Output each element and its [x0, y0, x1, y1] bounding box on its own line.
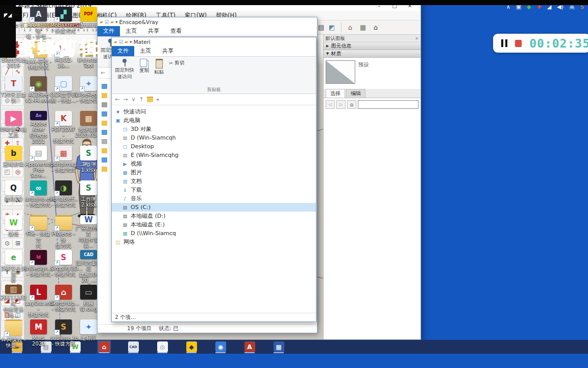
desktop-icon[interactable]: ∞ arduino.exe- 快捷方式: [26, 179, 51, 214]
tree-item-icon[interactable]: [102, 130, 107, 135]
desktop-icon[interactable]: ▥ 20211103红色教育基地...: [1, 283, 26, 318]
forward-sample-button[interactable]: ▷: [336, 100, 346, 109]
quick-access-toolbar[interactable]: ▰ ☑ ▰ ▾: [100, 19, 117, 25]
tree-item-icon[interactable]: [102, 139, 107, 144]
desktop-icon[interactable]: Q 腾讯QQ: [1, 179, 26, 214]
tree-item[interactable]: ◳ 3D 对象: [112, 125, 316, 133]
desktop-icon[interactable]: ◑ PortableF...- 快捷方式: [51, 179, 76, 214]
paste-button[interactable]: 粘贴: [154, 59, 164, 75]
desktop-icon[interactable]: T T20天正建筑: [1, 75, 26, 109]
tree-item[interactable]: ▥ 文档: [112, 177, 316, 186]
materials-tab[interactable]: 编辑: [346, 89, 365, 98]
taskbar-app-button[interactable]: A: [243, 340, 256, 353]
back-sample-button[interactable]: ◁: [326, 100, 335, 109]
tree-item[interactable]: ▶ 视频: [112, 159, 316, 168]
view-button[interactable]: ▦: [358, 23, 368, 32]
desktop-icon[interactable]: M Mars 2020: [26, 318, 51, 353]
materials-tab[interactable]: 选择: [326, 89, 345, 98]
view-button[interactable]: ⌂: [371, 23, 381, 32]
tree-item[interactable]: ▤ 本地磁盘 (E:): [112, 220, 316, 229]
desktop-icon[interactable]: ◉ ACDSeev2.44.exe...: [26, 75, 51, 109]
desktop-icon[interactable]: K PDF2DXF -快捷方式: [51, 109, 76, 144]
tree-item-icon[interactable]: [102, 111, 107, 117]
desktop-icon[interactable]: L LayOut.exe -快捷方式: [26, 283, 51, 318]
style-button[interactable]: ▤: [316, 23, 326, 32]
tree-item-icon[interactable]: [102, 157, 107, 163]
taskbar-app-button[interactable]: ◆: [185, 340, 198, 353]
desktop-icon-label: A-网课教 -快捷...: [1, 337, 27, 348]
nav-icon[interactable]: →: [123, 96, 128, 103]
desktop-icon[interactable]: ▞ MobaXter...- 快捷方式: [51, 5, 76, 40]
tree-item-icon[interactable]: [102, 84, 107, 89]
ribbon-tab[interactable]: 文件: [97, 26, 120, 36]
pin-to-quick-access-button[interactable]: 固定到快速访问: [115, 59, 134, 80]
desktop-icon[interactable]: ⌂ SketchUp...- 快捷方式: [51, 283, 76, 318]
tree-item[interactable]: ▣ 此电脑: [112, 116, 316, 125]
shortcut-arrow-icon: [29, 225, 35, 231]
tree-item[interactable]: ★ 快速访问: [112, 107, 316, 116]
tree-item[interactable]: ▤ E (Win-Siamcqhg: [112, 151, 316, 159]
tree-item[interactable]: ▢ Desktop: [112, 142, 316, 151]
desktop-icon[interactable]: W 微信: [1, 214, 26, 248]
quick-access-toolbar[interactable]: ▰ ☑ ▰ ▾: [114, 39, 132, 44]
tree-item-icon[interactable]: [102, 102, 107, 107]
ribbon-tab[interactable]: 主页: [120, 26, 142, 36]
nav-icon[interactable]: ∨: [131, 96, 135, 103]
desktop-icon[interactable]: Projects - 快捷方式: [51, 214, 76, 248]
desktop-icon[interactable]: A-网课教 -快捷...: [1, 318, 26, 353]
tree-item[interactable]: ▤ D (\\Win-Siamcq: [112, 229, 316, 238]
tree-item[interactable]: ◫ 网络: [112, 238, 316, 246]
tree-item[interactable]: ↓ 下载: [112, 186, 316, 194]
desktop-icon[interactable]: ▦ pdftoimag...- 快捷方式: [51, 144, 76, 179]
tree-item-icon[interactable]: [102, 167, 107, 172]
desktop-icon[interactable]: e 360安全浏览器: [1, 248, 26, 283]
view-button[interactable]: ⌂: [346, 23, 355, 32]
ribbon-tab[interactable]: 共享: [157, 46, 179, 56]
desktop-icon[interactable]: ▶ 哔咔唯投稿工具: [1, 109, 26, 144]
taskbar-app-button[interactable]: ◎: [156, 340, 169, 353]
ribbon-tab[interactable]: 主页: [134, 46, 157, 56]
ribbon-tab[interactable]: 文件: [112, 46, 134, 56]
material-preview-thumbnail[interactable]: [326, 60, 355, 84]
cut-button[interactable]: ✂ 剪切: [169, 60, 184, 66]
tree-item[interactable]: ▤ D (Win-Siamcqh: [112, 133, 316, 142]
tree-item-icon[interactable]: [102, 148, 107, 153]
desktop-icon[interactable]: S sublime_te...- 快捷方式: [51, 318, 76, 353]
tree-item[interactable]: ▦ 图片: [112, 168, 316, 177]
taskbar-app-button[interactable]: ◉: [214, 340, 227, 353]
desktop-icon[interactable]: ▢ OCR文字识别 - 快捷...: [51, 75, 76, 109]
desktop-icon[interactable]: Id InDesign...- 快捷方式: [26, 248, 51, 283]
ribbon-tab[interactable]: 查看: [165, 26, 187, 36]
address-nav-icons[interactable]: ←→∨↑: [115, 96, 144, 103]
back-arrow-icon[interactable]: ←: [101, 70, 105, 76]
materials-section[interactable]: ▼ 材质: [324, 50, 421, 58]
ribbon-tab[interactable]: 共享: [142, 26, 165, 36]
desktop-icon[interactable]: Ae Adobe AfterEffects 2021: [26, 109, 51, 144]
desktop-icon[interactable]: File - 快捷方式: [26, 214, 51, 248]
stop-button[interactable]: [515, 40, 522, 47]
pause-button[interactable]: [501, 39, 507, 47]
tray-close-icon[interactable]: ✕: [415, 36, 419, 41]
explorer-back-titlebar[interactable]: ▰ ☑ ▰ ▾ Enscape&Vray: [97, 17, 317, 27]
entity-info-section[interactable]: ▶ 图元信息: [324, 42, 421, 50]
desktop-icon[interactable]: ▤ ApowersoftFree Scre...: [26, 144, 51, 179]
desktop-icon[interactable]: A AAA-置传使频 - 快捷...: [26, 5, 51, 40]
tree-item-icon[interactable]: [102, 121, 107, 126]
tree-item[interactable]: ▤ OS (C:): [112, 203, 316, 212]
desktop-icon[interactable]: S Simplify3D...- 快捷方式: [51, 248, 76, 283]
address-chevron[interactable]: «: [156, 96, 160, 103]
style-button[interactable]: ◩: [327, 23, 337, 32]
explorer-front-titlebar[interactable]: ▰ ☑ ▰ ▾ Materi: [112, 37, 316, 47]
taskbar-app-button[interactable]: CAD: [127, 340, 140, 353]
desktop-icon[interactable]: b 蜜蜂剪辑: [1, 144, 26, 179]
in-model-home-button[interactable]: ⌂: [347, 100, 356, 109]
nav-icon[interactable]: ←: [115, 96, 119, 103]
tree-item[interactable]: ▤ 本地磁盘 (D:): [112, 212, 316, 220]
taskbar-app-button[interactable]: ▦: [272, 340, 285, 353]
nav-icon[interactable]: ↑: [139, 96, 144, 103]
explorer-window-front[interactable]: ▰ ☑ ▰ ▾ Materi 文件 主页 共享 固定到快速访问 复制: [111, 37, 316, 322]
copy-button[interactable]: 复制: [139, 59, 149, 74]
tree-item-icon[interactable]: [102, 93, 107, 98]
tree-item[interactable]: ♪ 音乐: [112, 194, 316, 203]
materials-collection-dropdown[interactable]: [358, 100, 419, 109]
